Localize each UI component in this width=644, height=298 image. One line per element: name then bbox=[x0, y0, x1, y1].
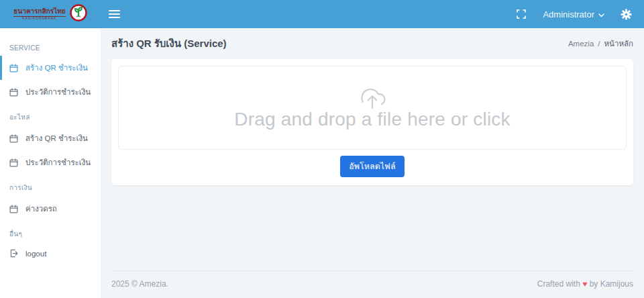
footer-credit-suffix: by Kamijous bbox=[590, 279, 633, 289]
brand-line1: ธนาคารกสิกรไทย bbox=[13, 8, 65, 17]
sidebar-item-label: ประวัติการชำระเงิน bbox=[25, 86, 91, 98]
dropzone-message: Drag and drop a file here or click bbox=[234, 109, 510, 130]
brand-logo[interactable]: ธนาคารกสิกรไทย KASIKORNBANK bbox=[0, 4, 101, 24]
main-content: สร้าง QR รับเงิน (Service) Amezia / หน้า… bbox=[101, 28, 644, 298]
sidebar-item-label: สร้าง QR ชำระเงิน bbox=[25, 132, 88, 144]
file-dropzone[interactable]: Drag and drop a file here or click bbox=[118, 66, 627, 150]
upload-file-button[interactable]: อัพโหลดไฟล์ bbox=[340, 156, 404, 177]
sidebar-section-finance: การเงิน bbox=[0, 175, 101, 197]
sidebar-item-create-qr-parts[interactable]: สร้าง QR ชำระเงิน bbox=[0, 126, 101, 150]
hamburger-menu-icon[interactable] bbox=[109, 10, 120, 18]
footer-credit: Crafted with ♥ by Kamijous bbox=[537, 279, 633, 289]
calendar-icon bbox=[9, 134, 18, 143]
logout-icon bbox=[9, 249, 18, 258]
brand-text: ธนาคารกสิกรไทย KASIKORNBANK bbox=[13, 8, 65, 20]
sidebar-item-label: ประวัติการชำระเงิน bbox=[25, 156, 91, 168]
sidebar-item-create-qr-service[interactable]: สร้าง QR ชำระเงิน bbox=[0, 56, 101, 80]
navbar-right: Administrator bbox=[516, 9, 644, 20]
user-name: Administrator bbox=[543, 9, 594, 19]
page-header: สร้าง QR รับเงิน (Service) Amezia / หน้า… bbox=[111, 28, 633, 59]
footer-credit-prefix: Crafted with bbox=[537, 279, 580, 289]
sidebar: SERVICE สร้าง QR ชำระเงิน ประวัติการชำระ… bbox=[0, 28, 101, 298]
breadcrumb-current: หน้าหลัก bbox=[604, 38, 634, 50]
calendar-icon bbox=[9, 205, 18, 213]
sidebar-item-label: สร้าง QR ชำระเงิน bbox=[25, 62, 88, 74]
breadcrumb-separator: / bbox=[598, 40, 600, 48]
chevron-down-icon bbox=[598, 9, 604, 19]
button-row: อัพโหลดไฟล์ bbox=[118, 156, 627, 177]
sidebar-item-label: logout bbox=[25, 250, 46, 258]
sidebar-section-service: SERVICE bbox=[0, 36, 101, 56]
breadcrumb-root[interactable]: Amezia bbox=[568, 40, 594, 48]
fullscreen-icon[interactable] bbox=[516, 9, 527, 19]
sidebar-item-label: ค่างวดรถ bbox=[25, 203, 57, 215]
calendar-icon bbox=[9, 158, 18, 167]
brand-line2: KASIKORNBANK bbox=[13, 17, 65, 20]
heart-icon: ♥ bbox=[582, 279, 587, 289]
sidebar-section-parts: อะไหล่ bbox=[0, 104, 101, 126]
bank-logo-icon bbox=[70, 4, 87, 24]
footer-copyright: 2025 © Amezia. bbox=[111, 279, 168, 289]
top-navbar: ธนาคารกสิกรไทย KASIKORNBANK Administrato… bbox=[0, 0, 644, 28]
sidebar-item-payment-history-service[interactable]: ประวัติการชำระเงิน bbox=[0, 80, 101, 104]
sidebar-item-logout[interactable]: logout bbox=[0, 243, 101, 264]
upload-card: Drag and drop a file here or click อัพโห… bbox=[111, 59, 633, 185]
page-title: สร้าง QR รับเงิน (Service) bbox=[111, 36, 227, 52]
cloud-upload-icon bbox=[357, 86, 388, 111]
calendar-icon bbox=[9, 88, 18, 97]
sidebar-item-payment-history-parts[interactable]: ประวัติการชำระเงิน bbox=[0, 150, 101, 175]
footer: 2025 © Amezia. Crafted with ♥ by Kamijou… bbox=[111, 270, 633, 298]
user-dropdown[interactable]: Administrator bbox=[543, 9, 604, 19]
sidebar-section-others: อื่นๆ bbox=[0, 221, 101, 243]
gear-icon[interactable] bbox=[621, 9, 632, 20]
sidebar-item-car-installment[interactable]: ค่างวดรถ bbox=[0, 197, 101, 221]
breadcrumb: Amezia / หน้าหลัก bbox=[568, 38, 633, 50]
calendar-icon bbox=[9, 64, 18, 72]
